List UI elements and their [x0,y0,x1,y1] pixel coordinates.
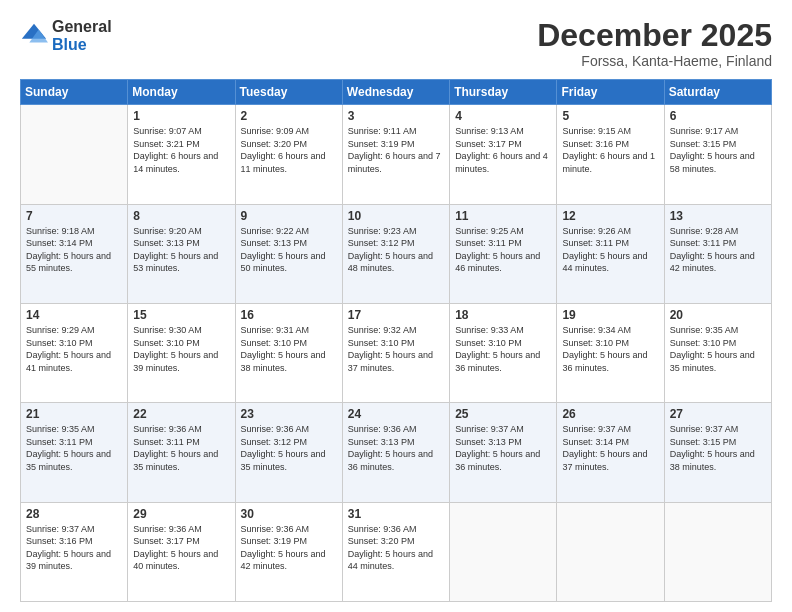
day-info: Sunrise: 9:17 AMSunset: 3:15 PMDaylight:… [670,125,766,175]
day-number: 11 [455,209,551,223]
day-info: Sunrise: 9:37 AMSunset: 3:13 PMDaylight:… [455,423,551,473]
day-info: Sunrise: 9:23 AMSunset: 3:12 PMDaylight:… [348,225,444,275]
day-number: 31 [348,507,444,521]
table-row: 12Sunrise: 9:26 AMSunset: 3:11 PMDayligh… [557,204,664,303]
day-info: Sunrise: 9:36 AMSunset: 3:17 PMDaylight:… [133,523,229,573]
day-info: Sunrise: 9:11 AMSunset: 3:19 PMDaylight:… [348,125,444,175]
day-number: 27 [670,407,766,421]
table-row: 18Sunrise: 9:33 AMSunset: 3:10 PMDayligh… [450,303,557,402]
day-number: 8 [133,209,229,223]
header-sunday: Sunday [21,80,128,105]
header: General Blue December 2025 Forssa, Kanta… [20,18,772,69]
day-number: 15 [133,308,229,322]
day-number: 4 [455,109,551,123]
day-info: Sunrise: 9:34 AMSunset: 3:10 PMDaylight:… [562,324,658,374]
table-row: 6Sunrise: 9:17 AMSunset: 3:15 PMDaylight… [664,105,771,204]
logo-icon [20,22,48,50]
day-number: 13 [670,209,766,223]
title-section: December 2025 Forssa, Kanta-Haeme, Finla… [537,18,772,69]
table-row: 24Sunrise: 9:36 AMSunset: 3:13 PMDayligh… [342,403,449,502]
day-number: 30 [241,507,337,521]
day-info: Sunrise: 9:07 AMSunset: 3:21 PMDaylight:… [133,125,229,175]
table-row: 31Sunrise: 9:36 AMSunset: 3:20 PMDayligh… [342,502,449,601]
day-info: Sunrise: 9:36 AMSunset: 3:11 PMDaylight:… [133,423,229,473]
day-number: 24 [348,407,444,421]
day-info: Sunrise: 9:31 AMSunset: 3:10 PMDaylight:… [241,324,337,374]
day-info: Sunrise: 9:36 AMSunset: 3:19 PMDaylight:… [241,523,337,573]
day-info: Sunrise: 9:37 AMSunset: 3:16 PMDaylight:… [26,523,122,573]
day-info: Sunrise: 9:25 AMSunset: 3:11 PMDaylight:… [455,225,551,275]
day-info: Sunrise: 9:15 AMSunset: 3:16 PMDaylight:… [562,125,658,175]
day-number: 6 [670,109,766,123]
day-number: 5 [562,109,658,123]
day-info: Sunrise: 9:26 AMSunset: 3:11 PMDaylight:… [562,225,658,275]
table-row: 9Sunrise: 9:22 AMSunset: 3:13 PMDaylight… [235,204,342,303]
day-number: 28 [26,507,122,521]
day-info: Sunrise: 9:36 AMSunset: 3:13 PMDaylight:… [348,423,444,473]
day-info: Sunrise: 9:35 AMSunset: 3:10 PMDaylight:… [670,324,766,374]
table-row: 27Sunrise: 9:37 AMSunset: 3:15 PMDayligh… [664,403,771,502]
day-info: Sunrise: 9:36 AMSunset: 3:20 PMDaylight:… [348,523,444,573]
day-number: 9 [241,209,337,223]
table-row: 25Sunrise: 9:37 AMSunset: 3:13 PMDayligh… [450,403,557,502]
day-number: 2 [241,109,337,123]
table-row: 14Sunrise: 9:29 AMSunset: 3:10 PMDayligh… [21,303,128,402]
day-number: 26 [562,407,658,421]
day-number: 25 [455,407,551,421]
calendar-page: General Blue December 2025 Forssa, Kanta… [0,0,792,612]
day-info: Sunrise: 9:35 AMSunset: 3:11 PMDaylight:… [26,423,122,473]
table-row: 4Sunrise: 9:13 AMSunset: 3:17 PMDaylight… [450,105,557,204]
table-row: 19Sunrise: 9:34 AMSunset: 3:10 PMDayligh… [557,303,664,402]
table-row [21,105,128,204]
table-row: 20Sunrise: 9:35 AMSunset: 3:10 PMDayligh… [664,303,771,402]
day-number: 14 [26,308,122,322]
day-info: Sunrise: 9:36 AMSunset: 3:12 PMDaylight:… [241,423,337,473]
day-number: 19 [562,308,658,322]
day-number: 20 [670,308,766,322]
table-row: 21Sunrise: 9:35 AMSunset: 3:11 PMDayligh… [21,403,128,502]
header-thursday: Thursday [450,80,557,105]
day-info: Sunrise: 9:20 AMSunset: 3:13 PMDaylight:… [133,225,229,275]
table-row: 15Sunrise: 9:30 AMSunset: 3:10 PMDayligh… [128,303,235,402]
table-row [664,502,771,601]
table-row: 3Sunrise: 9:11 AMSunset: 3:19 PMDaylight… [342,105,449,204]
day-info: Sunrise: 9:18 AMSunset: 3:14 PMDaylight:… [26,225,122,275]
day-number: 21 [26,407,122,421]
day-number: 16 [241,308,337,322]
day-info: Sunrise: 9:37 AMSunset: 3:15 PMDaylight:… [670,423,766,473]
month-title: December 2025 [537,18,772,53]
header-monday: Monday [128,80,235,105]
location-subtitle: Forssa, Kanta-Haeme, Finland [537,53,772,69]
calendar-table: Sunday Monday Tuesday Wednesday Thursday… [20,79,772,602]
day-info: Sunrise: 9:30 AMSunset: 3:10 PMDaylight:… [133,324,229,374]
table-row: 13Sunrise: 9:28 AMSunset: 3:11 PMDayligh… [664,204,771,303]
table-row: 22Sunrise: 9:36 AMSunset: 3:11 PMDayligh… [128,403,235,502]
day-info: Sunrise: 9:13 AMSunset: 3:17 PMDaylight:… [455,125,551,175]
day-number: 22 [133,407,229,421]
logo-general-text: General [52,18,112,36]
table-row: 23Sunrise: 9:36 AMSunset: 3:12 PMDayligh… [235,403,342,502]
day-number: 17 [348,308,444,322]
table-row: 8Sunrise: 9:20 AMSunset: 3:13 PMDaylight… [128,204,235,303]
day-info: Sunrise: 9:28 AMSunset: 3:11 PMDaylight:… [670,225,766,275]
day-info: Sunrise: 9:33 AMSunset: 3:10 PMDaylight:… [455,324,551,374]
day-number: 3 [348,109,444,123]
table-row: 16Sunrise: 9:31 AMSunset: 3:10 PMDayligh… [235,303,342,402]
day-number: 12 [562,209,658,223]
calendar-header-row: Sunday Monday Tuesday Wednesday Thursday… [21,80,772,105]
table-row: 5Sunrise: 9:15 AMSunset: 3:16 PMDaylight… [557,105,664,204]
day-number: 10 [348,209,444,223]
table-row: 28Sunrise: 9:37 AMSunset: 3:16 PMDayligh… [21,502,128,601]
table-row: 7Sunrise: 9:18 AMSunset: 3:14 PMDaylight… [21,204,128,303]
logo-text: General Blue [52,18,112,53]
header-tuesday: Tuesday [235,80,342,105]
header-friday: Friday [557,80,664,105]
day-info: Sunrise: 9:22 AMSunset: 3:13 PMDaylight:… [241,225,337,275]
table-row: 10Sunrise: 9:23 AMSunset: 3:12 PMDayligh… [342,204,449,303]
table-row: 1Sunrise: 9:07 AMSunset: 3:21 PMDaylight… [128,105,235,204]
table-row [557,502,664,601]
table-row: 11Sunrise: 9:25 AMSunset: 3:11 PMDayligh… [450,204,557,303]
day-info: Sunrise: 9:09 AMSunset: 3:20 PMDaylight:… [241,125,337,175]
header-wednesday: Wednesday [342,80,449,105]
table-row: 2Sunrise: 9:09 AMSunset: 3:20 PMDaylight… [235,105,342,204]
